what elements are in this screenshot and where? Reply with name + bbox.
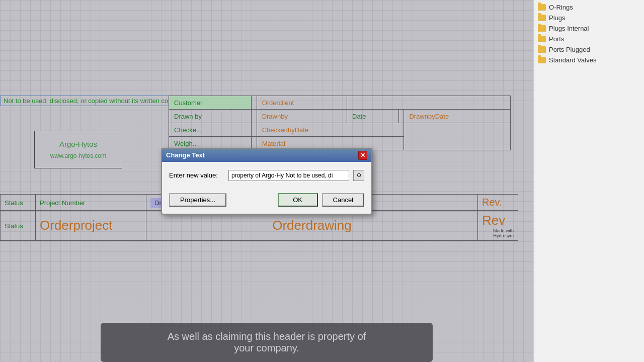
dialog-input-label: Enter new value:	[169, 171, 224, 179]
dialog-body: Enter new value: ⊙	[162, 162, 371, 193]
modal-overlay: Change Text ✕ Enter new value: ⊙ Propert…	[0, 0, 533, 362]
cancel-button[interactable]: Cancel	[322, 193, 364, 207]
sidebar-item-plugs-internal[interactable]: Plugs Internal	[534, 23, 644, 34]
sidebar-item-ports[interactable]: Ports	[534, 34, 644, 44]
dialog-footer: Properties... OK Cancel	[162, 193, 371, 214]
folder-icon-plugs	[538, 15, 546, 21]
dialog-input-extra-btn[interactable]: ⊙	[353, 170, 364, 181]
main-canvas: Not to be used, disclosed, or copied wit…	[0, 0, 533, 362]
properties-button[interactable]: Properties...	[169, 193, 226, 207]
sidebar-label-plugs-internal: Plugs Internal	[549, 25, 589, 32]
sidebar-label-o-rings: O-Rings	[549, 4, 573, 11]
sidebar-label-ports-plugged: Ports Plugged	[549, 46, 590, 53]
sidebar-item-plugs[interactable]: Plugs	[534, 13, 644, 23]
sidebar-item-o-rings[interactable]: O-Rings	[534, 2, 644, 13]
folder-icon-ports	[538, 36, 546, 42]
dialog-titlebar: Change Text ✕	[162, 149, 371, 162]
sidebar-item-ports-plugged[interactable]: Ports Plugged	[534, 44, 644, 55]
right-sidebar: O-Rings Plugs Plugs Internal Ports Ports…	[533, 0, 644, 362]
folder-icon-plugs-internal	[538, 25, 546, 32]
sidebar-label-ports: Ports	[549, 35, 564, 43]
folder-icon-standard-valves	[538, 57, 546, 63]
sidebar-item-standard-valves[interactable]: Standard Valves	[534, 55, 644, 65]
ok-button[interactable]: OK	[278, 193, 318, 207]
folder-icon-o-rings	[538, 4, 546, 11]
input-row: Enter new value: ⊙	[169, 170, 364, 181]
dialog-input-field[interactable]	[228, 170, 349, 181]
dialog-close-button[interactable]: ✕	[358, 151, 367, 160]
dialog-title: Change Text	[166, 151, 205, 159]
change-text-dialog: Change Text ✕ Enter new value: ⊙ Propert…	[161, 148, 372, 215]
sidebar-label-standard-valves: Standard Valves	[549, 56, 596, 64]
sidebar-label-plugs: Plugs	[549, 14, 566, 22]
folder-icon-ports-plugged	[538, 46, 546, 53]
